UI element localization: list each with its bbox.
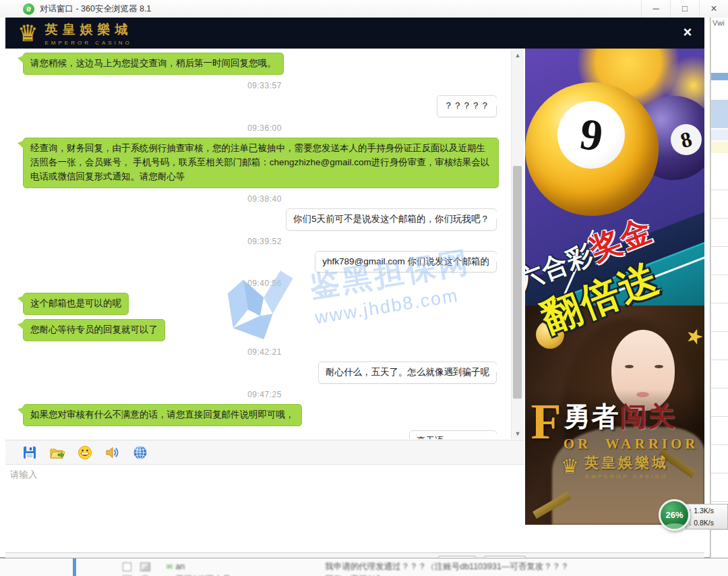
chat-message-row: 你们5天前可不是说发这个邮箱的，你们玩我吧？ xyxy=(23,208,497,231)
scroll-up-arrow-icon[interactable]: ▲ xyxy=(512,50,524,61)
background-row-lines xyxy=(711,162,728,546)
background-table-header-row xyxy=(711,73,728,80)
banner-brand-cn: 英皇娛樂城 xyxy=(584,453,669,472)
bubble-tail xyxy=(18,295,24,304)
chat-panel: 请您稍候，这边马上为您提交查询，稍后第一时间回复您哦。 09:33:57 ？？？… xyxy=(5,49,524,535)
banner-warrior-title: F 勇者闯关 OR WARRIOR xyxy=(525,398,704,453)
chat-message-text: ？？？？？ xyxy=(444,100,490,111)
chat-bubble: ？？？？？ xyxy=(437,95,497,117)
bubble-tail xyxy=(18,322,24,330)
ball9-number: 9 xyxy=(576,108,605,162)
bubble-tail xyxy=(495,433,502,439)
warrior-cn-line: 勇者闯关 xyxy=(564,398,699,435)
warrior-text-column: 勇者闯关 OR WARRIOR xyxy=(564,398,699,453)
globe-icon[interactable] xyxy=(132,444,148,461)
upload-speed-value: 1.3K/s xyxy=(694,507,714,515)
chat-message-text: 耐心什么，五天了。怎么就像遇到骗子呢 xyxy=(326,367,489,377)
mail-sender: 王棋6代理大员 xyxy=(175,574,310,576)
banner-crown-icon: ♛ xyxy=(561,455,579,478)
chat-message-row: 如果您对审核有什么不满意的话，请您直接回复邮件说明即可哦， xyxy=(23,404,506,426)
browser-360-icon: e xyxy=(23,3,34,15)
ball8-number: 8 xyxy=(678,126,694,153)
casino-header: ♛ 英皇娛樂城 EMPEROR CASINO × xyxy=(5,18,704,49)
upload-speed-row: ↑ 1.3K/s xyxy=(686,505,727,517)
chat-message-text: 经查询，财务回复，由于系统例行抽查审核，您的注单已被抽中，需要您发送本人的手持身… xyxy=(30,143,489,181)
chat-timestamp: 09:40:56 xyxy=(23,277,506,290)
chat-close-icon[interactable]: × xyxy=(679,24,696,41)
chat-bubble: 请您稍候，这边马上为您提交查询，稍后第一时间回复您哦。 xyxy=(23,53,284,75)
emoji-icon[interactable] xyxy=(77,444,93,461)
crown-logo-icon: ♛ xyxy=(18,20,38,47)
chat-bubble: 耐心什么，五天了。怎么就像遇到骗子呢 xyxy=(318,362,497,384)
scroll-down-arrow-icon[interactable]: ▼ xyxy=(512,428,524,439)
bubble-tail xyxy=(495,211,502,220)
scrollbar-thumb[interactable] xyxy=(513,166,522,399)
ball8-label: 8 xyxy=(671,124,702,155)
warrior-brave-text: 勇者 xyxy=(564,401,620,431)
chat-timestamp: 09:39:52 xyxy=(23,235,506,248)
network-speed-panel: ↑ 1.3K/s ↓ 0.8K/s xyxy=(686,504,728,529)
warrior-warrior-text: WARRIOR xyxy=(605,436,699,452)
chat-bubble: 如果您对审核有什么不满意的话，请您直接回复邮件说明即可哦， xyxy=(23,404,302,426)
chat-scrollbar[interactable]: ▲ ▼ xyxy=(511,50,524,439)
chat-message-text: 你们5天前可不是说发这个邮箱的，你们玩我吧？ xyxy=(293,214,489,224)
sound-icon[interactable] xyxy=(104,444,121,461)
warrior-breakthrough-text: 闯关 xyxy=(620,401,677,431)
send-file-folder-icon[interactable] xyxy=(49,444,65,461)
chat-message-row: yhfk789@gmail.com 你们说发这个邮箱的 xyxy=(23,251,497,273)
chat-timestamp: 09:38:40 xyxy=(23,192,506,206)
chat-message-row: 耐心什么，五天了。怎么就像遇到骗子呢 xyxy=(23,362,497,384)
close-window-button[interactable]: × xyxy=(699,0,728,18)
chat-timestamp: 09:33:57 xyxy=(23,79,506,92)
banner-brand-en: EMPEROR CASINO xyxy=(584,473,669,480)
progress-percent: 26% xyxy=(665,510,683,520)
mail-row[interactable]: ✉ 王棋6代理大员 回复：王棋6城 xyxy=(0,573,728,576)
chat-toolbar xyxy=(5,440,524,465)
background-selected-row xyxy=(711,100,728,128)
chat-timestamp: 09:47:25 xyxy=(23,388,506,401)
chat-message-row: 这个邮箱也是可以的呢 xyxy=(23,293,506,315)
mail-checkbox[interactable] xyxy=(123,563,131,571)
bubble-tail xyxy=(495,254,502,262)
maximize-button[interactable]: □ xyxy=(670,0,699,18)
progress-ball[interactable]: 26% xyxy=(659,499,690,531)
bubble-tail xyxy=(18,140,24,149)
minimize-button[interactable]: ─ xyxy=(641,0,670,18)
warrior-or-text: OR xyxy=(564,436,592,452)
bubble-tail xyxy=(495,364,502,373)
chat-message-row: 您耐心等待专员的回复就可以了 xyxy=(23,319,506,341)
mail-subject: 回复：王棋6城 xyxy=(325,574,380,576)
window-controls: ─ □ × xyxy=(641,0,728,18)
mail-attachment-icon xyxy=(140,563,150,571)
model-eye xyxy=(655,365,663,368)
casino-brand-en: EMPEROR CASINO xyxy=(44,40,132,46)
warrior-f-letter: F xyxy=(530,398,561,453)
model-eye xyxy=(625,365,634,368)
chat-bubble: 你们5天前可不是说发这个邮箱的，你们玩我吧？ xyxy=(286,208,497,231)
message-input[interactable]: 请输入 xyxy=(5,465,524,535)
chat-message-row: 经查询，财务回复，由于系统例行抽查审核，您的注单已被抽中，需要您发送本人的手持身… xyxy=(23,138,506,188)
chat-timestamp: 09:36:00 xyxy=(23,121,506,135)
background-partial-text: Vwi xyxy=(712,19,725,27)
bubble-tail xyxy=(18,407,24,415)
mail-subject: 我申请的代理发通过？？？（注账号db1103931—可否复攻？？？ xyxy=(325,561,569,573)
chat-bubble: 这个邮箱也是可以的呢 xyxy=(23,293,129,315)
chat-message-list: 请您稍候，这边马上为您提交查询，稍后第一时间回复您哦。 09:33:57 ？？？… xyxy=(5,49,524,439)
chat-bubble: 真无语，。。。。 xyxy=(409,430,497,439)
background-mail-list: ✉ an 我申请的代理发通过？？？（注账号db1103931—可否复攻？？？ ✉… xyxy=(0,558,728,576)
banner-brand-text: 英皇娛樂城 EMPEROR CASINO xyxy=(584,453,669,480)
mail-flag-icon: ✉ xyxy=(166,563,173,571)
input-placeholder: 请输入 xyxy=(10,469,38,481)
save-icon[interactable] xyxy=(22,444,38,461)
chat-bubble: 经查询，财务回复，由于系统例行抽查审核，您的注单已被抽中，需要您发送本人的手持身… xyxy=(23,138,499,188)
chat-message-row: 请您稍候，这边马上为您提交查询，稍后第一时间回复您哦。 xyxy=(23,53,506,75)
ball9-label: 9 xyxy=(557,101,625,169)
window-title: 对话窗口 - 360安全浏览器 8.1 xyxy=(40,3,151,15)
mail-row[interactable]: ✉ an 我申请的代理发通过？？？（注账号db1103931—可否复攻？？？ xyxy=(0,560,728,573)
chat-message-text: 真无语，。。。。 xyxy=(417,436,489,439)
download-speed-row: ↓ 0.8K/s xyxy=(686,517,727,529)
bubble-tail xyxy=(495,98,502,107)
promo-banner[interactable]: 8 9 六合彩奖金 翻倍送 ★ xyxy=(525,49,704,525)
chat-bubble: yhfk789@gmail.com 你们说发这个邮箱的 xyxy=(315,251,497,273)
mail-sender: an xyxy=(175,562,310,571)
